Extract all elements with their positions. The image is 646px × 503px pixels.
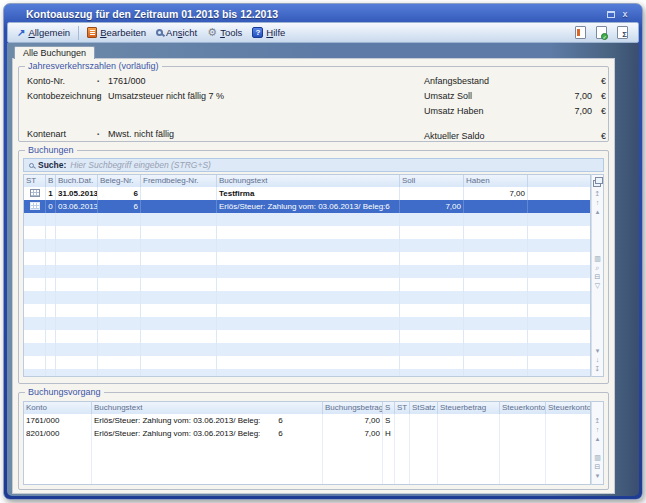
col-header-steuerkonto-1[interactable]: Steuerkonto 1 bbox=[500, 402, 546, 414]
field-label: Konto-Nr. bbox=[27, 76, 97, 86]
buchungsvorgang-row-2[interactable]: 8201/000 Erlös/Steuer: Zahlung vom: 03.0… bbox=[24, 427, 590, 440]
search-bar[interactable]: Suche: bbox=[23, 158, 604, 172]
scroll-up-icon[interactable]: ↑ bbox=[596, 425, 600, 434]
tab-alle-buchungen[interactable]: Alle Buchungen bbox=[14, 46, 95, 59]
empty-cell bbox=[24, 356, 46, 369]
menu-tools[interactable]: ⚙ Tools bbox=[202, 25, 247, 40]
col-header-fremdbeleg-nr[interactable]: Fremdbeleg-Nr. bbox=[141, 175, 217, 187]
empty-cell bbox=[217, 343, 400, 356]
navigator-bottom: ▾ ↓ ↧ bbox=[595, 346, 601, 373]
col-header-beleg-nr[interactable]: Beleg-Nr. bbox=[98, 175, 141, 187]
col-header-buchungstext[interactable]: Buchungstext bbox=[92, 402, 323, 414]
empty-cell bbox=[464, 226, 528, 239]
b-cell: 1 bbox=[46, 187, 56, 200]
empty-cell bbox=[24, 343, 46, 356]
empty-cell bbox=[46, 343, 56, 356]
col-header-stsatz[interactable]: StSatz bbox=[410, 402, 438, 414]
menu-ansicht[interactable]: Ansicht bbox=[151, 25, 202, 40]
empty-cell bbox=[24, 265, 46, 278]
menu-bearbeiten[interactable]: Bearbeiten bbox=[82, 25, 151, 40]
text-cell: Erlös/Steuer: Zahlung vom: 03.06.2013/ B… bbox=[92, 427, 323, 440]
buchungstext: Erlös/Steuer: Zahlung vom: 03.06.2013/ B… bbox=[219, 200, 385, 213]
buchungen-row-1[interactable]: 1 31.05.2013 6 Testfirma 7,00 bbox=[24, 187, 590, 200]
empty-cell bbox=[56, 369, 98, 377]
scroll-down-icon[interactable]: ↓ bbox=[596, 355, 600, 364]
currency-symbol: € bbox=[592, 106, 606, 116]
col-header-konto[interactable]: Konto bbox=[24, 402, 92, 414]
collapse-icon[interactable]: ⊟ bbox=[595, 462, 601, 471]
empty-cell bbox=[500, 466, 546, 479]
buchungsvorgang-header-row: Konto Buchungstext Buchungsbetrag S ST S… bbox=[24, 402, 590, 414]
empty-cell bbox=[24, 466, 92, 479]
scroll-up-small-icon[interactable]: ▴ bbox=[596, 207, 600, 216]
empty-cell bbox=[141, 278, 217, 291]
menu-hilfe[interactable]: ? Hilfe bbox=[247, 25, 290, 40]
empty-cell bbox=[217, 226, 400, 239]
empty-cell bbox=[141, 226, 217, 239]
rows-view-icon[interactable]: ▥ bbox=[594, 254, 601, 263]
sum-icon[interactable]: Σ bbox=[617, 26, 628, 39]
column-chooser-icon[interactable] bbox=[593, 177, 602, 186]
col-header-buchungsbetrag[interactable]: Buchungsbetrag bbox=[323, 402, 383, 414]
st-cell bbox=[395, 427, 410, 440]
scroll-down-small-icon[interactable]: ▾ bbox=[596, 346, 600, 355]
restore-button[interactable] bbox=[604, 8, 618, 20]
buchungstext: Erlös/Steuer: Zahlung vom: 03.06.2013/ B… bbox=[94, 414, 260, 427]
empty-cell bbox=[528, 213, 590, 226]
scroll-top-icon[interactable]: ↥ bbox=[595, 416, 601, 425]
empty-cell bbox=[383, 453, 395, 466]
empty-cell bbox=[528, 330, 590, 343]
empty-row bbox=[24, 304, 590, 317]
menu-allgemein[interactable]: ↗ Allgemein bbox=[12, 25, 75, 40]
col-header-haben[interactable]: Haben bbox=[464, 175, 528, 187]
col-header-soll[interactable]: Soll bbox=[400, 175, 464, 187]
col-header-steuerkonto-2[interactable]: Steuerkonto 2 bbox=[546, 402, 591, 414]
empty-row bbox=[24, 265, 590, 278]
buchungen-row-2-selected[interactable]: 0 03.06.2013 6 Erlös/Steuer: Zahlung vom… bbox=[24, 200, 590, 213]
empty-cell bbox=[56, 356, 98, 369]
konto-cell: 1761/000 bbox=[24, 414, 92, 427]
col-header-buchdat[interactable]: Buch.Dat. bbox=[56, 175, 98, 187]
triangle-down-icon[interactable]: ▽ bbox=[595, 281, 600, 290]
empty-cell bbox=[217, 356, 400, 369]
beleg-cell: 6 bbox=[98, 200, 141, 213]
empty-cell bbox=[400, 291, 464, 304]
empty-cell bbox=[141, 213, 217, 226]
report-icon[interactable] bbox=[575, 26, 586, 39]
col-header-st[interactable]: ST bbox=[395, 402, 410, 414]
scroll-bottom-icon[interactable]: ↧ bbox=[595, 364, 601, 373]
groupbox-title: Buchungsvorgang bbox=[25, 387, 104, 398]
magnifier-icon[interactable]: ⌕ bbox=[596, 263, 600, 272]
rows-view-icon[interactable]: ▥ bbox=[594, 453, 601, 462]
col-header-st[interactable]: ST bbox=[24, 175, 46, 187]
col-header-b[interactable]: B bbox=[46, 175, 56, 187]
empty-row bbox=[24, 291, 590, 304]
field-label: Anfangsbestand bbox=[424, 76, 556, 86]
empty-row bbox=[24, 356, 590, 369]
field-kontobezeichnung: Kontobezeichnung ▪ Umsatzsteuer nicht fä… bbox=[27, 88, 367, 103]
close-button[interactable]: x bbox=[618, 8, 632, 20]
col-header-s[interactable]: S bbox=[383, 402, 395, 414]
scroll-up-small-icon[interactable]: ▴ bbox=[596, 434, 600, 443]
collapse-icon[interactable]: ⊟ bbox=[595, 272, 601, 281]
empty-cell bbox=[98, 252, 141, 265]
empty-cell bbox=[464, 291, 528, 304]
empty-cell bbox=[500, 440, 546, 453]
scroll-up-icon[interactable]: ↑ bbox=[596, 198, 600, 207]
export-ok-icon[interactable]: ✓ bbox=[596, 26, 607, 39]
empty-cell bbox=[528, 317, 590, 330]
empty-cell bbox=[46, 239, 56, 252]
empty-cell bbox=[464, 304, 528, 317]
arrow-up-right-icon: ↗ bbox=[17, 28, 25, 38]
buchungsvorgang-row-1[interactable]: 1761/000 Erlös/Steuer: Zahlung vom: 03.0… bbox=[24, 414, 590, 427]
col-header-buchungstext[interactable]: Buchungstext bbox=[217, 175, 400, 187]
empty-cell bbox=[98, 330, 141, 343]
scroll-down-small-icon[interactable]: ▾ bbox=[596, 471, 600, 480]
search-input[interactable] bbox=[70, 160, 598, 170]
empty-cell bbox=[464, 330, 528, 343]
empty-cell bbox=[217, 291, 400, 304]
col-header-steuerbetrag[interactable]: Steuerbetrag bbox=[438, 402, 500, 414]
empty-cell bbox=[141, 356, 217, 369]
empty-cell bbox=[528, 278, 590, 291]
scroll-top-icon[interactable]: ↥ bbox=[595, 189, 601, 198]
